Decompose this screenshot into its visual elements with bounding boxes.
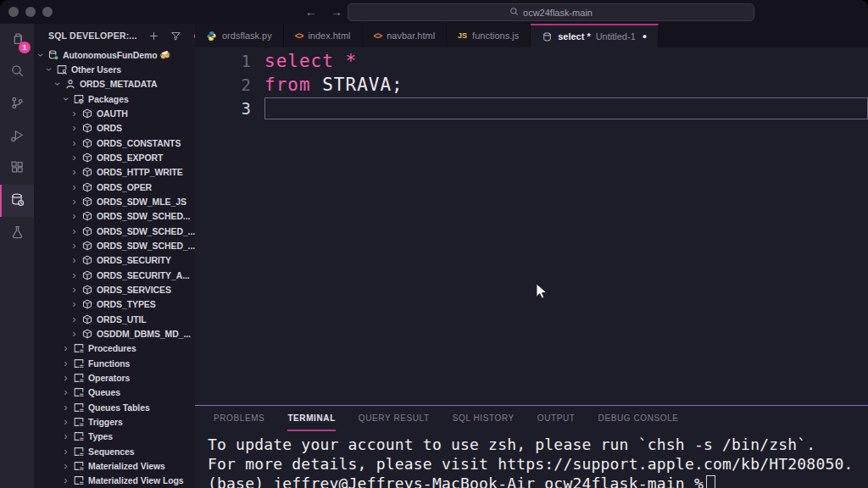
- tree-item-ords-util[interactable]: ›ORDS_UTIL: [34, 312, 195, 326]
- command-center-search[interactable]: ocw24flask-main: [348, 3, 754, 21]
- code-line-2[interactable]: 2from STRAVA;: [195, 73, 868, 97]
- chevron-right-icon[interactable]: ›: [70, 299, 79, 309]
- activity-bar: 1: [0, 24, 34, 488]
- activity-item-sql-developer[interactable]: [0, 185, 34, 217]
- chevron-right-icon[interactable]: ›: [70, 211, 79, 221]
- editor-tab-index-html[interactable]: <>index.html: [284, 24, 363, 47]
- chevron-right-icon[interactable]: ›: [61, 417, 70, 427]
- activity-item-extensions[interactable]: [0, 152, 34, 185]
- tree-item-ords-http-write[interactable]: ›ORDS_HTTP_WRITE: [34, 165, 195, 180]
- tree-item-ords-sdw-sched[interactable]: ›ORDS_SDW_SCHED_...: [34, 224, 195, 238]
- tree-item-ords-security-a[interactable]: ›ORDS_SECURITY_A...: [34, 268, 195, 282]
- add-connection-button[interactable]: [148, 30, 159, 42]
- tree-item-label: Materialized View Logs: [88, 475, 184, 485]
- tree-item-procedures[interactable]: ›Procedures: [34, 341, 195, 356]
- panel-tab-sql-history[interactable]: SQL HISTORY: [453, 413, 515, 431]
- tree-item-ords-constants[interactable]: ›ORDS_CONSTANTS: [34, 136, 195, 150]
- tree-item-triggers[interactable]: ›Triggers: [34, 414, 195, 429]
- terminal-output[interactable]: To update your account to use zsh, pleas…: [195, 435, 868, 488]
- chevron-right-icon[interactable]: ›: [70, 241, 79, 251]
- chevron-right-icon[interactable]: ›: [70, 152, 79, 163]
- tree-item-ords-sdw-sched[interactable]: ›ORDS_SDW_SCHED...: [34, 209, 195, 224]
- tree-item-ords-types[interactable]: ›ORDS_TYPES: [34, 297, 195, 312]
- tree-item-types[interactable]: ›Types: [34, 430, 195, 444]
- chevron-right-icon[interactable]: ›: [70, 255, 79, 265]
- chevron-right-icon[interactable]: ›: [70, 108, 79, 119]
- code-line-1[interactable]: 1select *: [195, 49, 868, 73]
- chevron-right-icon[interactable]: ›: [70, 138, 79, 148]
- tree-item-packages[interactable]: ›Packages: [34, 92, 195, 106]
- editor-tab-ordsflask-py[interactable]: ordsflask.py: [195, 24, 284, 47]
- activity-item-search[interactable]: [0, 56, 34, 88]
- panel-tab-problems[interactable]: PROBLEMS: [214, 413, 264, 431]
- chevron-right-icon[interactable]: ›: [61, 461, 70, 471]
- forward-arrow-icon[interactable]: →: [331, 5, 342, 19]
- tree-item-ords-export[interactable]: ›ORDS_EXPORT: [34, 150, 195, 164]
- chevron-down-icon[interactable]: ›: [53, 80, 63, 89]
- tree-item-sequences[interactable]: ›Sequences: [34, 444, 195, 458]
- panel-tab-debug-console[interactable]: DEBUG CONSOLE: [598, 413, 679, 431]
- chevron-down-icon[interactable]: ›: [44, 64, 54, 74]
- tree-item-ords-oper[interactable]: ›ORDS_OPER: [34, 180, 195, 194]
- panel-tab-query-result[interactable]: QUERY RESULT: [359, 413, 430, 431]
- back-arrow-icon[interactable]: ←: [305, 5, 317, 19]
- chevron-right-icon[interactable]: ›: [61, 402, 70, 413]
- chevron-right-icon[interactable]: ›: [61, 387, 70, 397]
- chevron-right-icon[interactable]: ›: [70, 182, 79, 192]
- chevron-right-icon[interactable]: ›: [70, 123, 79, 133]
- tree-item-label: ORDS: [97, 123, 122, 133]
- chevron-right-icon[interactable]: ›: [61, 343, 70, 353]
- chevron-right-icon[interactable]: ›: [70, 197, 79, 207]
- unsaved-dot-icon[interactable]: ●: [643, 32, 647, 41]
- editor[interactable]: 1select *2from STRAVA;3: [195, 47, 868, 405]
- chevron-right-icon[interactable]: ›: [61, 446, 70, 457]
- chevron-down-icon[interactable]: ›: [61, 94, 71, 103]
- code-line-3[interactable]: 3: [195, 97, 868, 120]
- chevron-right-icon[interactable]: ›: [70, 329, 79, 339]
- tree-item-ords[interactable]: ›ORDS: [34, 121, 195, 136]
- activity-item-run-debug[interactable]: [0, 120, 34, 152]
- terminal-line: For more details, please visit https://s…: [208, 454, 868, 474]
- panel-tab-terminal[interactable]: TERMINAL: [287, 413, 335, 431]
- chevron-right-icon[interactable]: ›: [70, 285, 79, 295]
- chevron-down-icon[interactable]: ›: [36, 50, 46, 59]
- panel-tab-output[interactable]: OUTPUT: [537, 413, 576, 431]
- chevron-right-icon[interactable]: ›: [70, 226, 79, 236]
- tree-item-functions[interactable]: ›Functions: [34, 356, 195, 370]
- tree-item-oauth[interactable]: ›OAUTH: [34, 106, 195, 120]
- chevron-right-icon[interactable]: ›: [61, 475, 70, 485]
- maximize-window-button[interactable]: [42, 7, 53, 17]
- filter-button[interactable]: [170, 30, 181, 42]
- tree-item-queues-tables[interactable]: ›Queues Tables: [34, 400, 195, 414]
- tree-item-osddm-dbms-md[interactable]: ›OSDDM_DBMS_MD_...: [34, 326, 195, 341]
- editor-tab-select[interactable]: select *Untitled-1●: [531, 24, 659, 47]
- tree-item-queues[interactable]: ›Queues: [34, 385, 195, 400]
- chevron-right-icon[interactable]: ›: [70, 314, 79, 324]
- tree-item-label: Functions: [88, 358, 130, 369]
- tree-item-ords-services[interactable]: ›ORDS_SERVICES: [34, 282, 195, 297]
- chevron-right-icon[interactable]: ›: [61, 431, 70, 441]
- chevron-right-icon[interactable]: ›: [70, 270, 79, 280]
- close-window-button[interactable]: [8, 7, 19, 17]
- chevron-right-icon[interactable]: ›: [61, 358, 70, 369]
- tree-item-materialized-views[interactable]: ›Materialized Views: [34, 458, 195, 473]
- minimize-window-button[interactable]: [25, 7, 36, 17]
- chevron-right-icon[interactable]: ›: [70, 167, 79, 177]
- tree-item-label: ORDS_METADATA: [80, 79, 157, 89]
- code-token: select: [264, 51, 334, 71]
- tree-item-operators[interactable]: ›Operators: [34, 370, 195, 385]
- tree-item-label: Other Users: [71, 64, 121, 75]
- activity-item-explorer[interactable]: 1: [0, 24, 34, 56]
- activity-item-tests[interactable]: [0, 217, 34, 249]
- tree-item-other-users[interactable]: ›Other Users: [34, 62, 195, 76]
- activity-item-source-control[interactable]: [0, 88, 34, 120]
- editor-tab-navbar-html[interactable]: <>navbar.html: [363, 24, 448, 47]
- editor-tab-functions-js[interactable]: JSfunctions.js: [447, 24, 531, 47]
- tree-item-materialized-view-logs[interactable]: ›Materialized View Logs: [34, 474, 195, 488]
- tree-item-autonomousfundemo[interactable]: ›AutonomousFunDemo🍻: [34, 47, 195, 62]
- tree-item-ords-sdw-sched[interactable]: ›ORDS_SDW_SCHED_...: [34, 238, 195, 252]
- chevron-right-icon[interactable]: ›: [61, 373, 70, 383]
- tree-item-ords-security[interactable]: ›ORDS_SECURITY: [34, 253, 195, 268]
- tree-item-ords-sdw-mle-js[interactable]: ›ORDS_SDW_MLE_JS: [34, 194, 195, 208]
- tree-item-ords-metadata[interactable]: ›ORDS_METADATA: [34, 77, 195, 92]
